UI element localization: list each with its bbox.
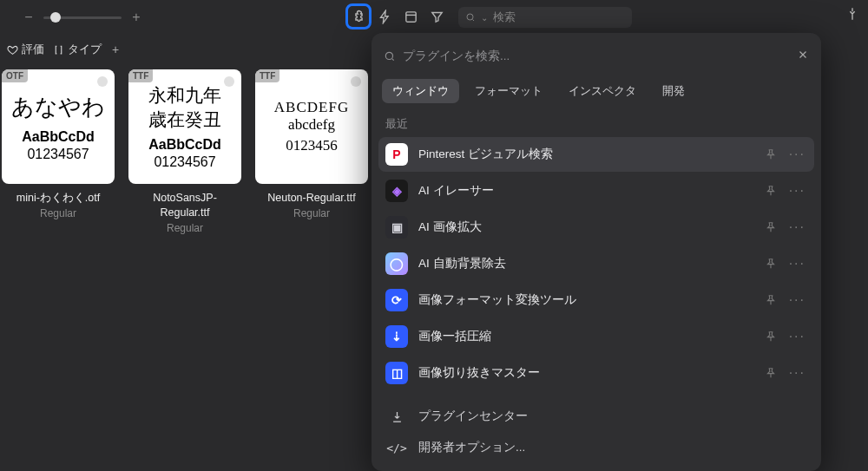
font-thumbnails: OTF あなやわ AaBbCcDd 01234567 mini-わくわく.otf… <box>0 69 370 234</box>
plugin-item-icon: ▣ <box>385 216 408 239</box>
plugin-list: P Pinterest ビジュアル検索 ··· ◈ AI イレーサー ··· ▣… <box>372 137 821 390</box>
plugin-item-label: 画像切り抜きマスター <box>418 365 754 381</box>
font-badge: OTF <box>2 69 28 82</box>
preview-line: ABCDEFG <box>274 99 349 116</box>
filter-rating-label: 評価 <box>22 42 44 57</box>
pin-icon[interactable] <box>765 294 777 306</box>
preview-line: AaBbCcDd <box>22 129 95 145</box>
font-badge: TTF <box>255 69 279 82</box>
zoom-slider[interactable]: − + <box>23 10 142 25</box>
more-icon[interactable]: ··· <box>787 147 807 162</box>
close-button[interactable] <box>793 45 812 67</box>
zoom-plus-icon[interactable]: + <box>130 10 142 25</box>
panel-tabs: ウィンドウ フォーマット インスペクタ 開発 <box>372 75 821 112</box>
select-dot[interactable] <box>224 76 234 87</box>
pin-icon[interactable] <box>765 330 777 343</box>
plugin-item[interactable]: ◈ AI イレーサー ··· <box>378 173 814 208</box>
brackets-icon <box>53 44 64 56</box>
font-thumb[interactable]: TTF ABCDEFG abcdefg 0123456 Neuton-Regul… <box>253 69 370 234</box>
filter-add-icon[interactable]: + <box>112 43 119 56</box>
toolbar-search[interactable]: ⌄ 検索 <box>458 7 632 28</box>
dev-options-link[interactable]: </> 開発者オプション... <box>378 433 814 462</box>
font-filename: mini-わくわく.otf <box>16 191 100 206</box>
toolbar-icon-group <box>347 5 448 28</box>
preview-line: 永和九年 <box>148 83 221 108</box>
plugin-center-label: プラグインセンター <box>418 409 528 424</box>
plugin-item-icon: P <box>385 143 408 166</box>
font-card[interactable]: TTF ABCDEFG abcdefg 0123456 <box>255 69 368 184</box>
plugin-item[interactable]: P Pinterest ビジュアル検索 ··· <box>378 137 814 172</box>
search-chevron-icon: ⌄ <box>481 13 488 23</box>
svg-point-1 <box>467 14 473 20</box>
more-icon[interactable]: ··· <box>787 365 807 381</box>
dev-options-label: 開発者オプション... <box>418 440 525 455</box>
plugin-search-placeholder: プラグインを検索... <box>403 49 510 64</box>
filter-icon[interactable] <box>425 5 448 28</box>
pin-icon[interactable] <box>765 258 777 270</box>
tab-format[interactable]: フォーマット <box>464 79 553 103</box>
plugin-item[interactable]: ◯ AI 自動背景除去 ··· <box>378 246 814 281</box>
svg-point-2 <box>385 52 392 59</box>
more-icon[interactable]: ··· <box>787 219 807 235</box>
filter-type[interactable]: タイプ <box>53 42 102 57</box>
pin-icon[interactable] <box>765 185 777 197</box>
plugin-item[interactable]: ▣ AI 画像拡大 ··· <box>378 210 814 245</box>
plugin-icon[interactable] <box>347 5 370 28</box>
font-style: Regular <box>293 207 330 219</box>
filter-rating[interactable]: 評価 <box>7 42 44 57</box>
lightning-icon[interactable] <box>373 5 396 28</box>
plugin-panel: プラグインを検索... ウィンドウ フォーマット インスペクタ 開発 最近 P … <box>372 33 821 471</box>
preview-line: AaBbCcDd <box>148 137 221 153</box>
font-filename: NotoSansJP- Regular.ttf <box>153 191 217 220</box>
more-icon[interactable]: ··· <box>787 256 807 271</box>
font-card[interactable]: TTF 永和九年 歳在癸丑 AaBbCcDd 01234567 <box>128 69 241 184</box>
plugin-item-label: Pinterest ビジュアル検索 <box>418 147 754 162</box>
more-icon[interactable]: ··· <box>787 183 807 199</box>
tab-inspector[interactable]: インスペクタ <box>558 79 647 103</box>
select-dot[interactable] <box>351 76 361 87</box>
font-filename: Neuton-Regular.ttf <box>267 191 355 206</box>
plugin-item-icon: ⟳ <box>385 289 408 311</box>
pin-icon[interactable] <box>765 148 777 160</box>
zoom-track[interactable] <box>43 16 122 19</box>
plugin-item[interactable]: ◫ 画像切り抜きマスター ··· <box>378 356 814 390</box>
plugin-item-label: 画像フォーマット変換ツール <box>418 292 754 308</box>
preview-line: abcdefg <box>288 116 335 134</box>
preview-line: 01234567 <box>27 147 89 162</box>
font-badge: TTF <box>128 69 153 82</box>
preview-line: 0123456 <box>286 137 338 154</box>
font-card[interactable]: OTF あなやわ AaBbCcDd 01234567 <box>2 69 115 184</box>
filter-type-label: タイプ <box>68 42 102 57</box>
pin-icon[interactable] <box>765 221 777 233</box>
pin-corner-icon[interactable] <box>845 7 859 23</box>
section-recent-label: 最近 <box>372 112 821 137</box>
panel-footer: プラグインセンター </> 開発者オプション... <box>372 396 821 464</box>
plugin-item[interactable]: ⟳ 画像フォーマット変換ツール ··· <box>378 283 814 317</box>
plugin-item[interactable]: ⇣ 画像一括圧縮 ··· <box>378 319 814 354</box>
panel-header: プラグインを検索... <box>372 42 821 75</box>
download-icon <box>385 410 408 423</box>
tab-dev[interactable]: 開発 <box>652 79 695 103</box>
zoom-knob[interactable] <box>50 12 61 23</box>
plugin-item-label: AI イレーサー <box>418 183 754 199</box>
font-thumb[interactable]: OTF あなやわ AaBbCcDd 01234567 mini-わくわく.otf… <box>0 69 116 234</box>
tab-window[interactable]: ウィンドウ <box>382 79 459 103</box>
layout-icon[interactable] <box>399 5 422 28</box>
font-thumb[interactable]: TTF 永和九年 歳在癸丑 AaBbCcDd 01234567 NotoSans… <box>127 69 243 234</box>
select-dot[interactable] <box>97 76 108 87</box>
zoom-minus-icon[interactable]: − <box>23 10 35 25</box>
pin-icon[interactable] <box>765 367 777 379</box>
plugin-item-icon: ◯ <box>385 252 408 275</box>
plugin-item-label: AI 自動背景除去 <box>418 256 754 271</box>
preview-line: 歳在癸丑 <box>148 108 221 132</box>
preview-line: 01234567 <box>154 154 215 170</box>
search-icon <box>384 50 396 62</box>
plugin-center-link[interactable]: プラグインセンター <box>378 402 814 431</box>
svg-rect-0 <box>405 11 415 21</box>
plugin-search[interactable]: プラグインを検索... <box>384 49 793 64</box>
more-icon[interactable]: ··· <box>787 292 807 308</box>
font-style: Regular <box>167 222 203 234</box>
more-icon[interactable]: ··· <box>787 329 807 344</box>
plugin-item-label: 画像一括圧縮 <box>418 329 754 344</box>
filter-row: 評価 タイプ + <box>7 42 119 57</box>
